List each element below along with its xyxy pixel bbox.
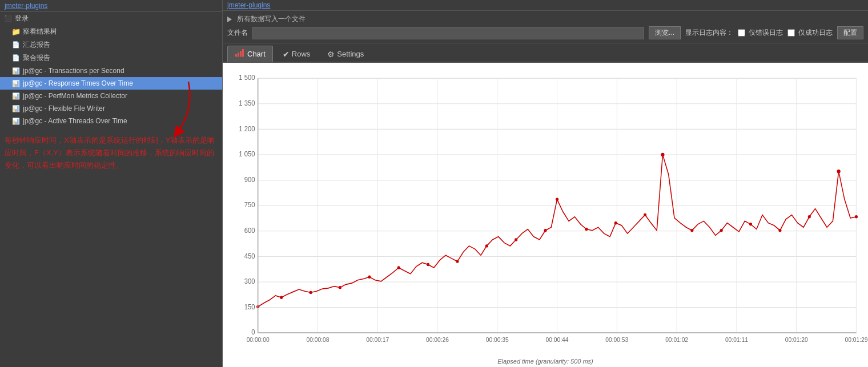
arrow-indicator xyxy=(154,76,222,146)
settings-tab-label: Settings xyxy=(337,50,364,58)
browse-button[interactable]: 浏览... xyxy=(649,26,681,39)
svg-text:00:00:26: 00:00:26 xyxy=(426,336,449,343)
chart-icon-active: 📊 xyxy=(11,116,21,126)
main-panel: jmeter-plugins 所有数据写入一个文件 文件名 浏览... 显示日志… xyxy=(223,0,868,367)
svg-point-72 xyxy=(837,170,841,174)
errors-checkbox-group: 仅错误日志 xyxy=(738,28,783,38)
svg-point-55 xyxy=(368,276,371,279)
x-axis-label: Elapsed time (granularity: 500 ms) xyxy=(497,358,593,365)
svg-text:600: 600 xyxy=(244,227,255,234)
svg-text:300: 300 xyxy=(244,277,255,285)
svg-point-60 xyxy=(515,238,517,241)
svg-text:1 200: 1 200 xyxy=(239,124,255,132)
svg-text:00:01:11: 00:01:11 xyxy=(725,336,748,343)
svg-rect-3 xyxy=(242,49,244,57)
config-button[interactable]: 配置 xyxy=(837,26,863,39)
settings-tab-icon: ⚙ xyxy=(327,50,335,59)
svg-text:1 050: 1 050 xyxy=(239,150,255,158)
sidebar-item-view-results-tree[interactable]: 📁 察看结果树 xyxy=(0,25,222,38)
chart-icon-tps: 📊 xyxy=(11,66,21,75)
chart-inner: jmeter-plugins.org Response times in ms … xyxy=(223,63,868,367)
chart-tab-label: Chart xyxy=(247,50,266,58)
rows-tab-icon: ✔ xyxy=(283,50,290,59)
svg-text:900: 900 xyxy=(244,176,255,183)
svg-rect-1 xyxy=(238,53,239,57)
svg-point-66 xyxy=(661,153,664,157)
chart-icon-rt: 📊 xyxy=(11,79,21,88)
chart-icon-flex: 📊 xyxy=(11,104,21,113)
svg-point-64 xyxy=(614,221,617,224)
svg-point-70 xyxy=(778,229,781,232)
svg-text:00:00:00: 00:00:00 xyxy=(247,336,270,343)
report-icon2: 📄 xyxy=(11,54,21,63)
svg-point-58 xyxy=(456,260,459,263)
chart-tab-icon xyxy=(235,49,245,59)
file-row: 文件名 浏览... 显示日志内容： 仅错误日志 仅成功日志 配置 xyxy=(227,26,863,39)
sidebar: jmeter-plugins ⬛ 登录 📁 察看结果树 📄 汇总报告 📄 聚合报… xyxy=(0,0,223,367)
svg-rect-2 xyxy=(240,51,242,57)
file-input[interactable] xyxy=(252,27,644,39)
svg-point-69 xyxy=(749,223,752,225)
svg-text:00:00:44: 00:00:44 xyxy=(546,336,569,343)
svg-point-53 xyxy=(310,291,312,294)
successes-label: 仅成功日志 xyxy=(798,28,833,38)
errors-label: 仅错误日志 xyxy=(749,28,783,38)
svg-point-54 xyxy=(339,286,341,289)
svg-text:0: 0 xyxy=(251,328,255,336)
successes-checkbox[interactable] xyxy=(787,29,795,37)
file-section: 所有数据写入一个文件 文件名 浏览... 显示日志内容： 仅错误日志 仅成功日志… xyxy=(223,11,868,43)
svg-point-59 xyxy=(485,244,488,247)
svg-text:1 350: 1 350 xyxy=(239,99,255,107)
svg-text:1 500: 1 500 xyxy=(239,74,255,81)
sidebar-item-aggregate-report[interactable]: 📄 聚合报告 xyxy=(0,51,222,64)
svg-point-62 xyxy=(556,198,558,201)
tab-bar: Chart ✔ Rows ⚙ Settings xyxy=(223,43,868,63)
sidebar-item-login[interactable]: ⬛ 登录 xyxy=(0,12,222,25)
svg-point-71 xyxy=(808,215,811,218)
folder-icon: 📁 xyxy=(11,27,21,37)
svg-text:750: 750 xyxy=(244,201,255,208)
svg-text:00:00:17: 00:00:17 xyxy=(366,336,389,343)
successes-checkbox-group: 仅成功日志 xyxy=(787,28,833,38)
tab-chart[interactable]: Chart xyxy=(227,46,273,62)
report-icon: 📄 xyxy=(11,41,21,50)
svg-point-56 xyxy=(397,266,400,269)
jmeter-plugins-link[interactable]: jmeter-plugins xyxy=(227,1,270,9)
svg-text:00:01:20: 00:01:20 xyxy=(785,336,808,343)
top-link[interactable]: jmeter-plugins xyxy=(0,0,222,12)
svg-point-63 xyxy=(585,228,588,231)
log-content-label: 显示日志内容： xyxy=(685,28,733,38)
svg-text:00:00:35: 00:00:35 xyxy=(486,336,509,343)
svg-point-52 xyxy=(280,296,283,299)
svg-point-57 xyxy=(427,263,429,266)
chart-svg: 0 150 300 450 600 750 900 1 050 1 200 1 … xyxy=(223,63,868,367)
broom-icon: ⬛ xyxy=(3,14,13,23)
sidebar-item-jp-tps[interactable]: 📊 jp@gc - Transactions per Second xyxy=(0,64,222,77)
chart-icon-perf: 📊 xyxy=(11,91,21,100)
svg-text:450: 450 xyxy=(244,252,255,259)
chart-container: jmeter-plugins.org Response times in ms … xyxy=(223,63,868,367)
svg-point-67 xyxy=(690,229,693,232)
svg-point-61 xyxy=(544,229,546,232)
svg-point-65 xyxy=(644,213,646,216)
top-bar: jmeter-plugins xyxy=(223,0,868,11)
plugin-link[interactable]: jmeter-plugins xyxy=(5,2,47,10)
svg-text:00:01:29: 00:01:29 xyxy=(845,336,867,343)
svg-point-68 xyxy=(720,229,723,232)
tab-settings[interactable]: ⚙ Settings xyxy=(320,47,371,61)
svg-rect-0 xyxy=(235,54,237,57)
tab-rows[interactable]: ✔ Rows xyxy=(275,47,318,61)
svg-text:00:00:53: 00:00:53 xyxy=(605,336,628,343)
svg-text:150: 150 xyxy=(244,303,255,310)
rows-tab-label: Rows xyxy=(292,50,311,58)
sidebar-item-summary-report[interactable]: 📄 汇总报告 xyxy=(0,38,222,51)
svg-point-73 xyxy=(855,215,858,218)
svg-text:00:01:02: 00:01:02 xyxy=(665,336,688,343)
file-name-label: 文件名 xyxy=(227,28,248,38)
errors-checkbox[interactable] xyxy=(738,29,745,37)
section-title: 所有数据写入一个文件 xyxy=(227,14,863,24)
svg-text:00:00:08: 00:00:08 xyxy=(306,336,329,343)
